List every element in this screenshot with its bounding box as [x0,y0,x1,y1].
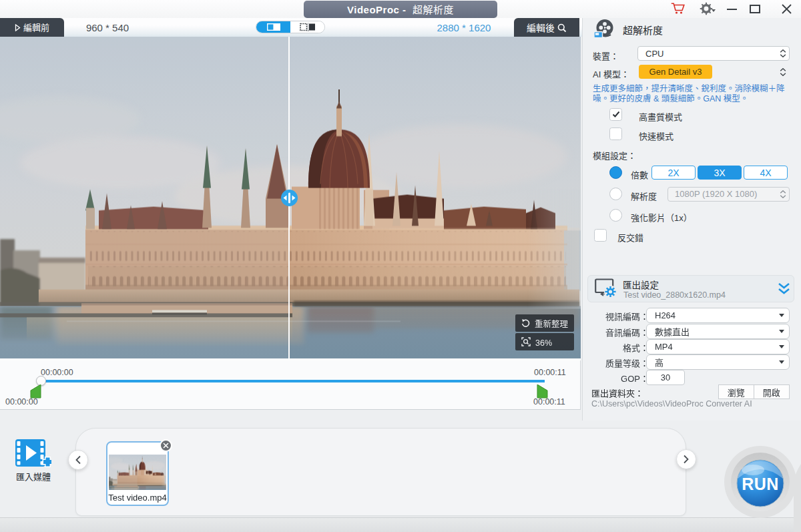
svg-text:RUN: RUN [742,475,779,493]
